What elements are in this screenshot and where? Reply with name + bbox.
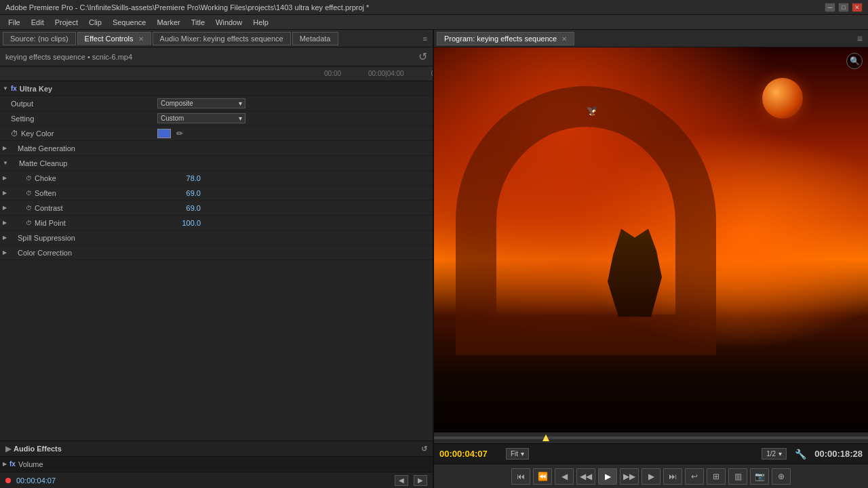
volume-toggle[interactable]: ▶ [3, 461, 7, 467]
reset-icon[interactable]: ↺ [418, 50, 427, 63]
tab-source[interactable]: Source: (no clips) [3, 32, 76, 45]
monitor-controls: ⏮ ⏪ ◀ ◀◀ ▶ ▶▶ ▶ ⏭ ↩ ⊞ ▥ 📷 ⊕ [434, 464, 868, 488]
menu-window[interactable]: Window [210, 17, 248, 28]
maximize-button[interactable]: □ [838, 3, 849, 12]
audio-effects-reset[interactable]: ↺ [421, 445, 427, 453]
matte-gen-toggle[interactable]: ▶ [3, 145, 7, 151]
tab-program[interactable]: Program: keying effects sequence ✕ [437, 32, 574, 45]
contrast-row: ▶ ⏱ Contrast 69.0 [0, 201, 433, 216]
spill-sup-label: Spill Suppression [18, 234, 75, 242]
window-controls: ─ □ ✕ [825, 3, 863, 12]
ctrl-add-marker[interactable]: ⊕ [772, 468, 791, 485]
choke-value[interactable]: 78.0 [152, 174, 206, 182]
contrast-value[interactable]: 69.0 [152, 204, 206, 212]
setting-label: Setting [11, 115, 34, 123]
program-tab-x[interactable]: ✕ [561, 35, 567, 43]
canyon-arch [456, 86, 716, 356]
wrench-icon[interactable]: 🔧 [792, 449, 809, 460]
fit-arrow: ▾ [521, 450, 524, 458]
monitor-fit-dropdown[interactable]: Fit ▾ [506, 448, 529, 460]
choke-stopwatch[interactable]: ⏱ [26, 175, 32, 182]
ctrl-to-in[interactable]: ⏮ [511, 468, 530, 485]
ctrl-play-in[interactable]: ◀ [555, 468, 574, 485]
spill-sup-toggle[interactable]: ▶ [3, 235, 7, 241]
left-panel: Source: (no clips) Effect Controls ✕ Aud… [0, 30, 434, 488]
app-title: Adobe Premiere Pro - C:\InfiniteSkills-a… [5, 3, 825, 12]
ctrl-back[interactable]: ◀◀ [576, 468, 595, 485]
output-row: Output Composite ▾ [0, 96, 433, 111]
key-color-swatch[interactable] [157, 129, 171, 138]
contrast-stopwatch[interactable]: ⏱ [26, 205, 32, 211]
color-corr-toggle[interactable]: ▶ [3, 249, 7, 256]
menu-sequence[interactable]: Sequence [107, 17, 152, 28]
ctrl-safe[interactable]: ⊞ [707, 468, 726, 485]
menu-project[interactable]: Project [50, 17, 83, 28]
soften-label: Soften [35, 189, 56, 197]
ctrl-step-back[interactable]: ⏪ [533, 468, 552, 485]
color-corr-label: Color Correction [18, 249, 72, 257]
effect-controls-panel: keying effects sequence • scnic-6.mp4 ↺ … [0, 47, 433, 488]
volume-row: ▶ fx Volume [0, 457, 433, 472]
midpoint-row: ▶ ⏱ Mid Point 100.0 [0, 216, 433, 230]
eyedropper-icon[interactable]: ✏ [176, 129, 183, 138]
setting-row: Setting Custom ▾ [0, 111, 433, 126]
minimize-button[interactable]: ─ [825, 3, 835, 12]
panel-menu-button[interactable]: ≡ [420, 35, 430, 43]
tab-audio-mixer[interactable]: Audio Mixer: keying effects sequence [153, 32, 291, 45]
menu-marker[interactable]: Marker [151, 17, 185, 28]
ec-prev-btn[interactable]: ◀ [395, 475, 408, 486]
menu-title[interactable]: Title [186, 17, 210, 28]
ctrl-play[interactable]: ▶ [598, 468, 617, 485]
monitor-scrub-track [434, 436, 868, 439]
ctrl-camera[interactable]: 📷 [750, 468, 769, 485]
program-panel-menu[interactable]: ≡ [854, 33, 865, 44]
ctrl-play-out[interactable]: ▶ [642, 468, 660, 485]
dropdown-arrow2: ▾ [239, 115, 242, 122]
volume-label: Volume [18, 460, 43, 468]
contrast-label: Contrast [35, 204, 63, 212]
menu-help[interactable]: Help [248, 17, 274, 28]
contrast-toggle[interactable]: ▶ [3, 205, 7, 211]
title-bar: Adobe Premiere Pro - C:\InfiniteSkills-a… [0, 0, 868, 15]
choke-toggle[interactable]: ▶ [3, 175, 7, 181]
ec-time-display: 00:00:04:07 [16, 476, 56, 485]
soften-toggle[interactable]: ▶ [3, 190, 7, 196]
soften-row: ▶ ⏱ Soften 69.0 [0, 186, 433, 201]
tab-close-icon[interactable]: ✕ [138, 35, 144, 43]
key-color-watch: ⏱ [11, 129, 18, 138]
matte-cleanup-label: Matte Cleanup [19, 159, 68, 167]
menu-clip[interactable]: Clip [83, 17, 107, 28]
menu-edit[interactable]: Edit [26, 17, 50, 28]
ctrl-fwd[interactable]: ▶▶ [620, 468, 639, 485]
monitor-current-time: 00:00:04:07 [439, 449, 500, 459]
ec-content: ▼ fx Ultra Key Output Composite ▾ [0, 81, 433, 441]
output-dropdown[interactable]: Composite ▾ [157, 98, 245, 108]
midpoint-toggle[interactable]: ▶ [3, 220, 7, 226]
ultra-key-toggle[interactable]: ▼ [3, 85, 8, 92]
monitor-fraction-dropdown[interactable]: 1/2 ▾ [762, 448, 787, 460]
soften-stopwatch[interactable]: ⏱ [26, 190, 32, 197]
ctrl-output[interactable]: ▥ [728, 468, 747, 485]
menu-file[interactable]: File [3, 17, 26, 28]
ec-clip-name: keying effects sequence • scnic-6.mp4 [5, 53, 132, 61]
ultra-key-label: Ultra Key [20, 85, 52, 93]
ec-next-btn[interactable]: ▶ [414, 475, 427, 486]
record-indicator [5, 478, 11, 483]
spill-sup-row: ▶ Spill Suppression [0, 230, 433, 245]
fraction-arrow: ▾ [778, 450, 782, 458]
dropdown-arrow: ▾ [239, 100, 242, 107]
midpoint-stopwatch[interactable]: ⏱ [26, 220, 32, 226]
audio-effects-label: Audio Effects [14, 445, 62, 453]
matte-cleanup-toggle[interactable]: ▼ [3, 160, 8, 166]
midpoint-value[interactable]: 100.0 [152, 219, 206, 227]
soften-value[interactable]: 69.0 [152, 189, 206, 197]
setting-dropdown[interactable]: Custom ▾ [157, 113, 245, 123]
ec-clip-header: keying effects sequence • scnic-6.mp4 ↺ [0, 47, 433, 66]
scope-icon[interactable]: 🔍 [846, 53, 863, 69]
tab-effect-controls[interactable]: Effect Controls ✕ [77, 32, 151, 45]
ctrl-to-out[interactable]: ⏭ [663, 468, 682, 485]
ctrl-loop[interactable]: ↩ [685, 468, 704, 485]
tab-metadata[interactable]: Metadata [292, 32, 338, 45]
monitor-scrub-container[interactable] [434, 432, 868, 443]
close-button[interactable]: ✕ [852, 3, 863, 12]
